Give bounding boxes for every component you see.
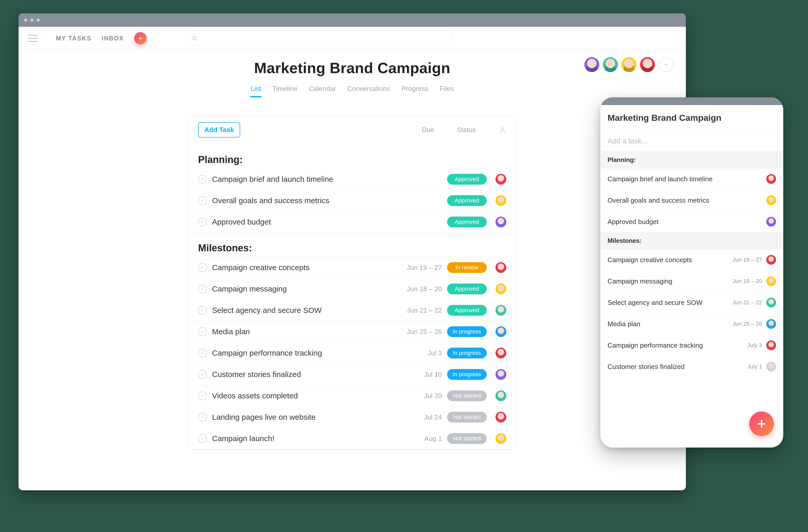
assignee-avatar[interactable] bbox=[495, 305, 506, 316]
complete-checkbox[interactable] bbox=[198, 413, 207, 421]
section-heading: Milestones: bbox=[189, 233, 516, 257]
status-badge: Not started bbox=[447, 433, 487, 444]
task-due: Jul 20 bbox=[388, 392, 442, 400]
complete-checkbox[interactable] bbox=[198, 175, 207, 184]
quick-add-button[interactable] bbox=[134, 32, 147, 44]
mobile-assignee-avatar[interactable] bbox=[766, 340, 776, 350]
assignee-avatar[interactable] bbox=[495, 412, 506, 422]
assignee-avatar[interactable] bbox=[495, 433, 506, 444]
window-titlebar bbox=[19, 13, 686, 27]
menu-icon[interactable] bbox=[28, 31, 45, 46]
task-name: Approved budget bbox=[212, 217, 383, 226]
complete-checkbox[interactable] bbox=[198, 434, 207, 443]
task-row[interactable]: Campaign messagingJun 18 – 20Approved bbox=[189, 278, 516, 300]
tab-list[interactable]: List bbox=[250, 82, 261, 95]
mobile-task-due: July 3 bbox=[748, 342, 762, 349]
search-input[interactable] bbox=[185, 31, 453, 46]
mobile-task-row[interactable]: Overall goals and success metrics bbox=[600, 190, 783, 211]
task-row[interactable]: Campaign launch!Aug 1Not started bbox=[189, 428, 516, 449]
mobile-assignee-avatar[interactable] bbox=[766, 217, 776, 227]
mobile-task-row[interactable]: Campaign brief and launch timeline bbox=[600, 168, 783, 190]
mobile-assignee-avatar[interactable] bbox=[766, 319, 776, 329]
project-title: Marketing Brand Campaign bbox=[28, 59, 677, 76]
mobile-task-row[interactable]: Campaign creative conceptsJun 19 – 27 bbox=[600, 249, 783, 271]
task-row[interactable]: Overall goals and success metricsApprove… bbox=[189, 190, 516, 211]
task-row[interactable]: Select agency and secure SOWJun 21 – 22A… bbox=[189, 300, 516, 321]
add-member-button[interactable] bbox=[659, 57, 674, 72]
assignee-avatar[interactable] bbox=[495, 284, 506, 294]
assignee-avatar[interactable] bbox=[495, 174, 506, 185]
status-badge: Approved bbox=[447, 284, 487, 294]
member-avatar[interactable] bbox=[622, 57, 637, 72]
assignee-avatar[interactable] bbox=[495, 262, 506, 273]
mobile-task-name: Media plan bbox=[608, 320, 728, 328]
member-avatar[interactable] bbox=[603, 57, 618, 72]
assignee-avatar[interactable] bbox=[495, 326, 506, 337]
complete-checkbox[interactable] bbox=[198, 217, 207, 226]
mobile-assignee-avatar[interactable] bbox=[766, 362, 776, 372]
mobile-task-row[interactable]: Select agency and secure SOWJun 21 – 22 bbox=[600, 292, 783, 314]
mobile-assignee-avatar[interactable] bbox=[766, 174, 776, 184]
complete-checkbox[interactable] bbox=[198, 370, 207, 379]
mobile-assignee-avatar[interactable] bbox=[766, 255, 776, 265]
column-due-label: Due bbox=[422, 126, 435, 134]
mobile-window: Marketing Brand Campaign Add a task... P… bbox=[600, 97, 783, 448]
status-badge: Approved bbox=[447, 195, 487, 206]
task-row[interactable]: Campaign performance trackingJul 3In pro… bbox=[189, 342, 516, 364]
mobile-task-row[interactable]: Campaign performance trackingJuly 3 bbox=[600, 335, 783, 356]
mobile-task-due: July 1 bbox=[748, 363, 762, 370]
member-avatar[interactable] bbox=[584, 57, 599, 72]
mobile-task-row[interactable]: Media planJun 25 – 26 bbox=[600, 314, 783, 335]
tab-timeline[interactable]: Timeline bbox=[272, 82, 298, 95]
assignee-avatar[interactable] bbox=[495, 216, 506, 227]
member-avatar[interactable] bbox=[640, 57, 655, 72]
nav-my-tasks[interactable]: MY TASKS bbox=[56, 35, 91, 42]
assignee-avatar[interactable] bbox=[495, 391, 506, 401]
complete-checkbox[interactable] bbox=[198, 349, 207, 357]
mobile-assignee-avatar[interactable] bbox=[766, 276, 776, 286]
complete-checkbox[interactable] bbox=[198, 392, 207, 400]
mobile-task-due: Jun 18 – 20 bbox=[733, 278, 762, 285]
status-badge: In progress bbox=[447, 348, 487, 358]
task-name: Campaign messaging bbox=[212, 285, 383, 293]
mobile-task-row[interactable]: Approved budget bbox=[600, 211, 783, 232]
task-row[interactable]: Videos assets completedJul 20Not started bbox=[189, 385, 516, 406]
tab-conversations[interactable]: Conversations bbox=[347, 82, 391, 95]
assignee-avatar[interactable] bbox=[495, 195, 506, 206]
mobile-task-name: Approved budget bbox=[608, 218, 762, 226]
mobile-assignee-avatar[interactable] bbox=[766, 298, 776, 307]
tab-calendar[interactable]: Calendar bbox=[308, 82, 337, 95]
column-status-label: Status bbox=[457, 126, 476, 134]
task-row[interactable]: Campaign creative conceptsJun 19 – 27In … bbox=[189, 257, 516, 278]
nav-inbox[interactable]: INBOX bbox=[102, 35, 124, 42]
top-nav: MY TASKS INBOX bbox=[19, 27, 686, 50]
svg-point-1 bbox=[501, 128, 504, 130]
complete-checkbox[interactable] bbox=[198, 285, 207, 293]
task-due: Aug 1 bbox=[388, 435, 442, 443]
assignee-avatar[interactable] bbox=[495, 348, 506, 358]
mobile-assignee-avatar[interactable] bbox=[766, 195, 776, 205]
tab-files[interactable]: Files bbox=[439, 82, 454, 95]
task-row[interactable]: Customer stories finalizedJul 10In progr… bbox=[189, 364, 516, 385]
section-heading: Planning: bbox=[189, 145, 516, 168]
task-row[interactable]: Campaign brief and launch timelineApprov… bbox=[189, 169, 516, 190]
complete-checkbox[interactable] bbox=[198, 263, 207, 272]
task-row[interactable]: Approved budgetApproved bbox=[189, 211, 516, 233]
complete-checkbox[interactable] bbox=[198, 327, 207, 336]
window-dot-icon bbox=[37, 19, 40, 22]
mobile-task-row[interactable]: Campaign messagingJun 18 – 20 bbox=[600, 271, 783, 292]
assignee-avatar[interactable] bbox=[495, 369, 506, 380]
status-badge: Approved bbox=[447, 305, 487, 316]
mobile-add-task-input[interactable]: Add a task... bbox=[600, 131, 783, 152]
task-name: Videos assets completed bbox=[212, 392, 383, 400]
mobile-add-button[interactable] bbox=[749, 412, 774, 436]
task-row[interactable]: Media planJun 25 – 26In progress bbox=[189, 321, 516, 342]
status-badge: Approved bbox=[447, 216, 487, 227]
status-badge: Approved bbox=[447, 174, 487, 185]
mobile-task-row[interactable]: Customer stories finalizedJuly 1 bbox=[600, 356, 783, 378]
complete-checkbox[interactable] bbox=[198, 306, 207, 315]
task-row[interactable]: Landing pages live on websiteJul 24Not s… bbox=[189, 406, 516, 428]
add-task-button[interactable]: Add Task bbox=[198, 122, 240, 137]
tab-progress[interactable]: Progress bbox=[401, 82, 429, 95]
complete-checkbox[interactable] bbox=[198, 196, 207, 205]
